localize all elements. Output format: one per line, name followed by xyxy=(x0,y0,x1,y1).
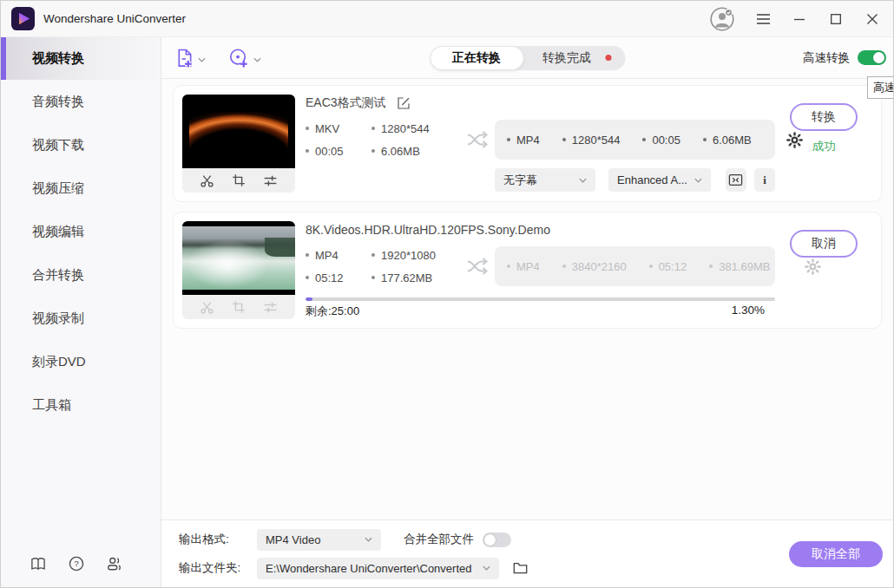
tab-label: 正在转换 xyxy=(452,50,501,66)
app-title: Wondershare UniConverter xyxy=(43,12,186,25)
target-format: MP4 xyxy=(516,134,540,147)
tab-converting[interactable]: 正在转换 xyxy=(430,46,523,70)
highspeed-toggle[interactable] xyxy=(858,50,886,65)
subtitle-dropdown[interactable]: 无字幕 xyxy=(495,168,595,192)
trim-scissors-icon[interactable] xyxy=(200,173,214,188)
sidebar-item-video-download[interactable]: 视频下载 xyxy=(1,123,161,167)
sidebar-item-label: 工具箱 xyxy=(32,397,71,414)
source-info: MP4 1920*1080 05:12 177.62MB xyxy=(306,249,460,284)
info-glyph: i xyxy=(763,173,766,187)
chevron-down-icon xyxy=(198,50,206,66)
sidebar-item-video-convert[interactable]: 视频转换 xyxy=(1,37,161,80)
titlebar: Wondershare UniConverter xyxy=(1,1,893,37)
target-format: MP4 xyxy=(516,260,540,273)
target-resolution: 1280*544 xyxy=(572,134,621,147)
target-size: 6.06MB xyxy=(713,134,752,147)
compress-icon[interactable] xyxy=(726,168,746,192)
sidebar-item-label: 合并转换 xyxy=(32,267,84,284)
maximize-button[interactable] xyxy=(827,10,845,28)
info-icon[interactable]: i xyxy=(754,168,775,192)
convert-button[interactable]: 转换 xyxy=(790,103,858,131)
guide-book-icon[interactable] xyxy=(30,556,46,572)
sidebar-item-label: 视频编辑 xyxy=(32,224,84,240)
thumbnail-toolbar xyxy=(182,168,295,193)
effects-sliders-icon[interactable] xyxy=(263,173,278,188)
active-indicator xyxy=(1,37,6,80)
highspeed-tooltip: 高速 xyxy=(867,76,894,99)
crop-icon[interactable] xyxy=(232,173,247,188)
merge-all-toggle[interactable] xyxy=(483,532,511,547)
sidebar: 视频转换 音频转换 视频下载 视频压缩 视频编辑 合并转换 视频录制 刻录DVD… xyxy=(1,37,161,587)
sidebar-item-video-edit[interactable]: 视频编辑 xyxy=(1,210,161,253)
account-avatar[interactable] xyxy=(709,6,735,32)
output-format-label: 输出格式: xyxy=(179,532,248,547)
cancel-all-button[interactable]: 取消全部 xyxy=(789,541,883,567)
output-folder-dropdown[interactable]: E:\Wondershare UniConverter\Converted xyxy=(257,558,499,579)
help-icon[interactable]: ? xyxy=(69,556,84,572)
source-duration: 00:05 xyxy=(315,145,344,158)
sidebar-item-label: 音频转换 xyxy=(32,94,84,110)
toggle-knob xyxy=(873,52,884,63)
trim-scissors-icon xyxy=(200,300,214,315)
output-settings-box[interactable]: MP4 1280*544 00:05 6.06MB xyxy=(495,120,775,160)
convert-arrows-icon xyxy=(460,130,495,149)
sidebar-item-burn-dvd[interactable]: 刻录DVD xyxy=(1,340,161,383)
video-thumbnail[interactable] xyxy=(182,221,295,295)
tab-finished[interactable]: 转换完成 xyxy=(523,46,625,70)
sidebar-item-audio-convert[interactable]: 音频转换 xyxy=(1,80,161,123)
open-folder-icon[interactable] xyxy=(513,562,528,574)
rename-edit-icon[interactable] xyxy=(397,96,411,110)
app-logo-icon xyxy=(11,7,35,30)
sidebar-item-video-compress[interactable]: 视频压缩 xyxy=(1,167,161,210)
sidebar-item-label: 刻录DVD xyxy=(32,354,86,370)
sidebar-item-label: 视频下载 xyxy=(32,137,84,154)
convert-arrows-icon xyxy=(460,257,495,276)
target-duration: 00:05 xyxy=(652,134,680,147)
output-settings-box: MP4 3840*2160 05:12 381.69MB xyxy=(495,246,775,286)
app-window: Wondershare UniConverter xyxy=(0,0,894,588)
merge-all-label: 合并全部文件 xyxy=(404,532,474,547)
cancel-button[interactable]: 取消 xyxy=(790,230,858,258)
chevron-down-icon xyxy=(253,50,261,66)
source-resolution: 1280*544 xyxy=(381,122,430,135)
status-success-label: 成功 xyxy=(812,139,836,154)
highspeed-label: 高速转换 xyxy=(803,50,850,66)
source-duration: 05:12 xyxy=(315,271,344,284)
video-thumbnail[interactable] xyxy=(182,95,295,168)
menu-icon[interactable] xyxy=(754,10,772,28)
status-tabs: 正在转换 转换完成 xyxy=(430,46,625,70)
chevron-down-icon xyxy=(687,178,702,183)
subtitle-dropdown-value: 无字幕 xyxy=(503,173,537,188)
sidebar-item-merge-convert[interactable]: 合并转换 xyxy=(1,253,161,297)
close-button[interactable] xyxy=(864,10,881,28)
target-size: 381.69MB xyxy=(719,260,770,273)
output-format-dropdown[interactable]: MP4 Video xyxy=(257,529,381,551)
thumbnail-image-detail xyxy=(265,238,295,257)
footer-bar: 输出格式: MP4 Video 合并全部文件 输出文件夹: E:\Wonders… xyxy=(161,519,893,587)
target-resolution: 3840*2160 xyxy=(572,260,627,273)
add-disc-icon xyxy=(228,48,249,69)
tab-label: 转换完成 xyxy=(542,50,591,66)
source-resolution: 1920*1080 xyxy=(381,249,436,262)
sidebar-item-toolbox[interactable]: 工具箱 xyxy=(1,383,161,427)
task-title: 8K.Videos.HDR.UltraHD.120FPS.Sony.Demo xyxy=(306,223,550,237)
add-files-button[interactable] xyxy=(175,48,206,69)
output-format-value: MP4 Video xyxy=(266,533,320,546)
audio-dropdown[interactable]: Enhanced A... xyxy=(608,168,711,192)
effects-sliders-icon xyxy=(263,300,278,315)
toolbar: 正在转换 转换完成 高速转换 高速 xyxy=(161,37,893,79)
source-format: MKV xyxy=(315,122,339,135)
add-dvd-button[interactable] xyxy=(228,48,261,69)
sidebar-item-screen-record[interactable]: 视频录制 xyxy=(1,297,161,340)
source-format: MP4 xyxy=(315,249,339,262)
task-row: EAC3格式测试 MKV 1280*544 xyxy=(173,85,882,202)
main-panel: 正在转换 转换完成 高速转换 高速 xyxy=(161,37,893,587)
contact-support-icon[interactable] xyxy=(107,556,122,572)
toggle-knob xyxy=(484,534,496,546)
source-size: 6.06MB xyxy=(381,145,420,158)
source-size: 177.62MB xyxy=(381,271,432,284)
progress-percent: 1.30% xyxy=(732,304,765,319)
minimize-button[interactable] xyxy=(791,10,808,28)
sidebar-item-label: 视频转换 xyxy=(32,50,84,67)
thumbnail-image xyxy=(189,112,288,152)
